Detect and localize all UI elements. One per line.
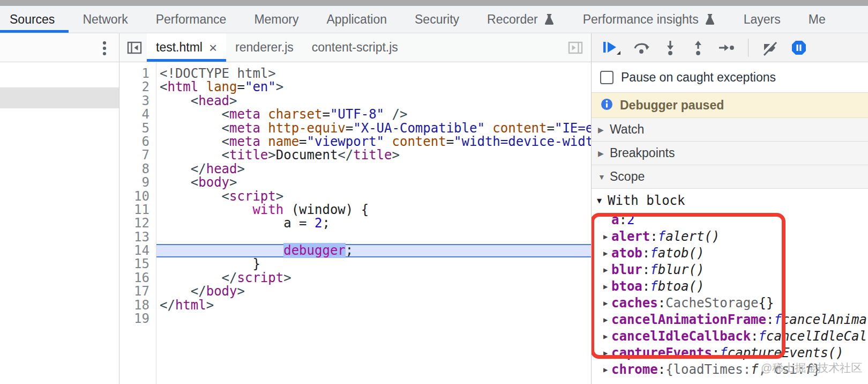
- chevron-right-icon[interactable]: ▶: [603, 295, 611, 312]
- pause-on-caught-checkbox[interactable]: [600, 71, 613, 84]
- line-number[interactable]: 13: [119, 231, 156, 244]
- section-watch[interactable]: ▶Watch: [592, 118, 868, 142]
- navigator-sidebar[interactable]: [0, 62, 119, 384]
- line-number[interactable]: 19: [119, 312, 156, 326]
- step-into-icon[interactable]: [662, 40, 678, 56]
- tab-performance-insights[interactable]: Performance insights: [569, 6, 730, 33]
- resume-script-execution-icon[interactable]: [601, 39, 620, 56]
- scope-entry-atob[interactable]: ▶atob: f atob(): [592, 245, 868, 262]
- line-number[interactable]: 8: [119, 163, 156, 176]
- code-token: meta: [229, 134, 260, 149]
- chevron-right-icon[interactable]: ▶: [603, 245, 611, 262]
- step-over-icon[interactable]: [632, 40, 650, 56]
- chevron-down-icon[interactable]: ▼: [598, 173, 610, 181]
- main-tab-label: Memory: [254, 12, 298, 27]
- close-icon[interactable]: ×: [209, 42, 217, 53]
- line-number[interactable]: 6: [119, 135, 156, 149]
- chevron-right-icon[interactable]: ▶: [603, 228, 611, 245]
- scope-entry-alert[interactable]: ▶alert: f alert(): [592, 228, 868, 245]
- code-token: >: [237, 284, 245, 299]
- line-number[interactable]: 1: [119, 67, 156, 80]
- line-number[interactable]: 9: [119, 176, 156, 189]
- code-token: name: [268, 134, 299, 149]
- section-scope[interactable]: ▼Scope: [592, 165, 868, 189]
- devtools-panel-tab-bar: SourcesNetworkPerformanceMemoryApplicati…: [0, 6, 868, 33]
- navigator-header: [0, 33, 119, 62]
- line-number[interactable]: 11: [119, 203, 156, 217]
- scope-with-block-header[interactable]: ▼ With block: [592, 189, 868, 212]
- scope-entry-blur[interactable]: ▶blur: f blur(): [592, 262, 868, 278]
- line-number[interactable]: 3: [119, 94, 156, 108]
- line-number[interactable]: 14: [119, 244, 156, 257]
- chevron-right-icon[interactable]: ▶: [603, 312, 611, 328]
- code-token: http-equiv: [268, 121, 346, 136]
- code-content: <html lang="en">: [156, 80, 591, 94]
- tab-recorder[interactable]: Recorder: [473, 6, 569, 33]
- step-out-icon[interactable]: [690, 40, 706, 56]
- active-tab-underline: [0, 30, 69, 33]
- chevron-right-icon[interactable]: ▶: [598, 149, 610, 158]
- chevron-right-icon[interactable]: ▶: [598, 125, 610, 134]
- scope-entry-cancelAnimationFrame[interactable]: ▶cancelAnimationFrame: f cancelAnimation…: [592, 312, 868, 328]
- collapse-sidebar-icon[interactable]: [126, 33, 143, 62]
- code-token: script: [229, 189, 276, 204]
- step-icon[interactable]: [718, 40, 735, 56]
- code-editor[interactable]: 1<!DOCTYPE html>2<html lang="en">3 <head…: [119, 62, 591, 384]
- file-tab-test.html[interactable]: test.html×: [147, 33, 226, 62]
- line-number[interactable]: 18: [119, 299, 156, 312]
- chevron-right-icon[interactable]: ▶: [603, 361, 611, 378]
- code-token: />: [392, 107, 408, 122]
- chevron-right-icon[interactable]: ▶: [603, 328, 611, 345]
- code-token: script: [237, 270, 284, 285]
- code-content: </body>: [156, 285, 591, 298]
- scope-colon: :: [658, 361, 665, 378]
- scope-entry-cancelIdleCallback[interactable]: ▶cancelIdleCallback: f cancelIdleCallbac…: [592, 328, 868, 345]
- code-token: with: [252, 202, 283, 217]
- line-number[interactable]: 15: [119, 257, 156, 271]
- chevron-right-icon[interactable]: ▶: [603, 278, 611, 295]
- main-tab-label: Performance insights: [583, 12, 699, 27]
- tab-memory[interactable]: Memory: [240, 6, 312, 33]
- scope-value: f: [650, 262, 657, 278]
- tab-sources[interactable]: Sources: [0, 6, 69, 33]
- tab-performance[interactable]: Performance: [142, 6, 241, 33]
- section-label: Scope: [610, 169, 645, 184]
- deactivate-breakpoints-icon[interactable]: [761, 40, 779, 56]
- pause-on-exceptions-icon[interactable]: [790, 39, 807, 56]
- tab-application[interactable]: Application: [312, 6, 401, 33]
- chevron-down-icon[interactable]: ▼: [597, 196, 608, 205]
- main-tab-label: Application: [326, 12, 387, 27]
- file-tab-content-script.js[interactable]: content-script.js: [303, 33, 407, 62]
- chevron-right-icon[interactable]: ▶: [603, 262, 611, 278]
- tab-network[interactable]: Network: [69, 6, 141, 33]
- scope-entry-captureEvents[interactable]: ▶captureEvents: f captureEvents(): [592, 345, 868, 361]
- file-tab-renderer.js[interactable]: renderer.js: [226, 33, 303, 62]
- scope-entry-a[interactable]: a: 2: [592, 212, 868, 228]
- line-number[interactable]: 2: [119, 80, 156, 94]
- line-number[interactable]: 17: [119, 285, 156, 298]
- line-number[interactable]: 5: [119, 122, 156, 135]
- code-token: =: [547, 121, 555, 136]
- debugger-toolbar: [591, 33, 868, 62]
- code-token: >: [229, 175, 237, 190]
- navigator-selected-row[interactable]: [0, 87, 119, 108]
- tab-layers[interactable]: Layers: [730, 6, 795, 33]
- scope-value: {}: [759, 295, 774, 312]
- chevron-right-icon[interactable]: ▶: [603, 345, 611, 361]
- section-breakpoints[interactable]: ▶Breakpoints: [592, 142, 868, 165]
- line-number[interactable]: 10: [119, 190, 156, 203]
- line-number[interactable]: 16: [119, 271, 156, 285]
- tab-security[interactable]: Security: [401, 6, 473, 33]
- code-token: <: [222, 121, 229, 136]
- line-number[interactable]: 7: [119, 149, 156, 162]
- tab-me[interactable]: Me: [795, 6, 840, 33]
- code-token: [160, 189, 222, 204]
- scope-entry-btoa[interactable]: ▶btoa: f btoa(): [592, 278, 868, 295]
- scope-property-name: a: [611, 212, 619, 228]
- code-token: =: [237, 79, 245, 94]
- line-number[interactable]: 4: [119, 108, 156, 121]
- more-options-kebab-icon[interactable]: [101, 40, 108, 59]
- line-number[interactable]: 12: [119, 217, 156, 230]
- devtools-body: 1<!DOCTYPE html>2<html lang="en">3 <head…: [0, 62, 868, 384]
- scope-entry-caches[interactable]: ▶caches: CacheStorage {}: [592, 295, 868, 312]
